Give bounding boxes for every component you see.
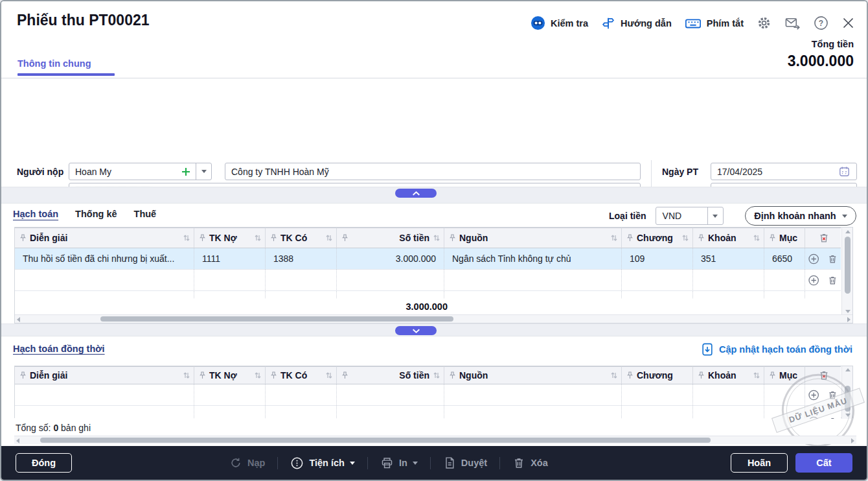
add-row-icon[interactable] xyxy=(808,388,819,402)
trash-icon xyxy=(512,456,525,469)
sort-icon[interactable] xyxy=(326,371,332,379)
pin-icon[interactable] xyxy=(450,371,455,379)
voucher-form: Người nộp Hoan My Công ty TNHH Hoàn Mỹ Đ… xyxy=(1,79,867,187)
pin-icon[interactable] xyxy=(698,371,704,379)
total-label: Tổng tiền xyxy=(788,39,854,49)
pin-icon[interactable] xyxy=(20,234,26,242)
keyboard-icon xyxy=(685,16,702,30)
vertical-scrollbar[interactable] xyxy=(841,228,852,316)
save-button[interactable]: Cất xyxy=(795,453,852,473)
pin-icon[interactable] xyxy=(450,234,455,242)
currency-select[interactable]: VND xyxy=(656,207,724,225)
tab-general-info[interactable]: Thông tin chung xyxy=(17,58,115,76)
pin-icon[interactable] xyxy=(271,371,277,379)
horizontal-scrollbar[interactable] xyxy=(14,436,856,444)
sort-icon[interactable] xyxy=(753,371,760,379)
pin-icon[interactable] xyxy=(698,234,704,242)
payer-dropdown-arrow[interactable] xyxy=(196,163,211,180)
guide-button[interactable]: Hướng dẫn xyxy=(601,16,672,30)
close-button[interactable] xyxy=(841,16,855,30)
pin-icon[interactable] xyxy=(342,234,348,242)
payer-company-field[interactable]: Công ty TNHH Hoàn Mỹ xyxy=(225,163,641,180)
date-pt-field[interactable]: 17/04/2025 xyxy=(711,163,857,180)
sort-icon[interactable] xyxy=(183,234,190,242)
tab-thong-ke[interactable]: Thống kê xyxy=(75,209,117,219)
col-so-tien: Số tiền xyxy=(336,228,444,248)
delete-row-icon[interactable] xyxy=(827,274,838,287)
table-row-clipped xyxy=(15,291,841,299)
add-row-icon[interactable] xyxy=(808,252,819,266)
pin-icon[interactable] xyxy=(770,371,775,379)
pin-icon[interactable] xyxy=(627,234,633,242)
sort-icon[interactable] xyxy=(183,371,190,379)
horizontal-scrollbar[interactable] xyxy=(15,314,852,323)
update-simultaneous-link[interactable]: Cập nhật hạch toán đồng thời xyxy=(701,342,852,357)
help-button[interactable]: ? xyxy=(814,16,828,30)
table-row-empty[interactable] xyxy=(15,384,841,406)
pin-icon[interactable] xyxy=(271,234,277,242)
quick-entry-button[interactable]: Định khoản nhanh xyxy=(745,206,856,226)
delete-row-icon[interactable] xyxy=(827,389,838,401)
settings-button[interactable] xyxy=(757,16,771,30)
sort-icon[interactable] xyxy=(682,234,689,242)
payer-select[interactable]: Hoan My xyxy=(69,163,212,180)
footer-toolbar: Đóng Nạp Tiện ích In Duyệt xyxy=(1,446,867,480)
delete-row-icon[interactable] xyxy=(827,253,838,265)
pin-icon[interactable] xyxy=(342,371,348,379)
pin-icon[interactable] xyxy=(20,371,26,379)
col-tk-no: TK Nợ xyxy=(194,228,265,248)
table-row-empty[interactable] xyxy=(15,270,841,291)
assistant-robot-icon xyxy=(531,16,545,30)
chevron-up-icon xyxy=(412,191,420,196)
col-muc: Mục xyxy=(764,228,805,248)
sort-icon[interactable] xyxy=(255,234,261,242)
col-khoan: Khoản xyxy=(692,366,764,384)
close-voucher-button[interactable]: Đóng xyxy=(16,453,72,473)
utilities-button[interactable]: Tiện ích xyxy=(290,456,355,470)
divider xyxy=(367,457,368,469)
tab-hach-toan[interactable]: Hạch toán xyxy=(13,209,58,219)
sort-icon[interactable] xyxy=(255,371,261,379)
approve-button[interactable]: Duyệt xyxy=(443,456,487,469)
col-tk-co: TK Có xyxy=(265,228,336,248)
reload-button[interactable]: Nạp xyxy=(229,456,265,469)
check-button[interactable]: Kiểm tra xyxy=(531,16,588,30)
add-payer-icon[interactable] xyxy=(181,167,191,177)
chevron-down-icon xyxy=(413,462,418,465)
pin-icon[interactable] xyxy=(770,234,775,242)
sort-icon[interactable] xyxy=(326,234,332,242)
simultaneous-title-link[interactable]: Hạch toán đồng thời xyxy=(13,344,105,354)
approve-doc-icon xyxy=(443,456,456,469)
collapse-up-button[interactable] xyxy=(395,189,437,198)
pin-icon[interactable] xyxy=(627,371,633,379)
sort-icon[interactable] xyxy=(611,234,617,242)
divider xyxy=(277,457,278,469)
send-mail-button[interactable] xyxy=(784,16,801,30)
postpone-button[interactable]: Hoãn xyxy=(731,453,788,473)
pin-icon[interactable] xyxy=(200,371,205,379)
sort-icon[interactable] xyxy=(753,234,760,242)
delete-button[interactable]: Xóa xyxy=(512,456,548,469)
tab-thue[interactable]: Thuế xyxy=(134,209,157,219)
refresh-icon xyxy=(229,456,242,469)
sort-icon[interactable] xyxy=(433,234,440,242)
calendar-icon[interactable] xyxy=(838,165,851,178)
currency-dropdown-arrow[interactable] xyxy=(707,207,723,224)
print-button[interactable]: In xyxy=(380,456,418,470)
add-row-icon xyxy=(808,415,819,419)
delete-row-icon xyxy=(827,416,838,419)
add-row-icon[interactable] xyxy=(808,274,819,287)
shortcut-button[interactable]: Phím tắt xyxy=(685,16,744,30)
sort-icon[interactable] xyxy=(433,371,440,379)
vertical-scrollbar[interactable] xyxy=(841,366,852,419)
sort-icon[interactable] xyxy=(611,371,617,379)
delete-all-icon[interactable] xyxy=(818,370,830,381)
pin-icon[interactable] xyxy=(200,234,205,242)
chevron-down-icon xyxy=(842,215,847,218)
delete-all-icon[interactable] xyxy=(818,232,830,244)
table-row[interactable]: Thu hồi số tiền đã chi nhưng bị xuất... … xyxy=(15,248,841,270)
totals-block: Tổng tiền 3.000.000 xyxy=(788,39,854,70)
divider xyxy=(430,457,431,469)
col-dien-giai: Diễn giải xyxy=(15,228,194,248)
collapse-down-button[interactable] xyxy=(395,326,437,335)
